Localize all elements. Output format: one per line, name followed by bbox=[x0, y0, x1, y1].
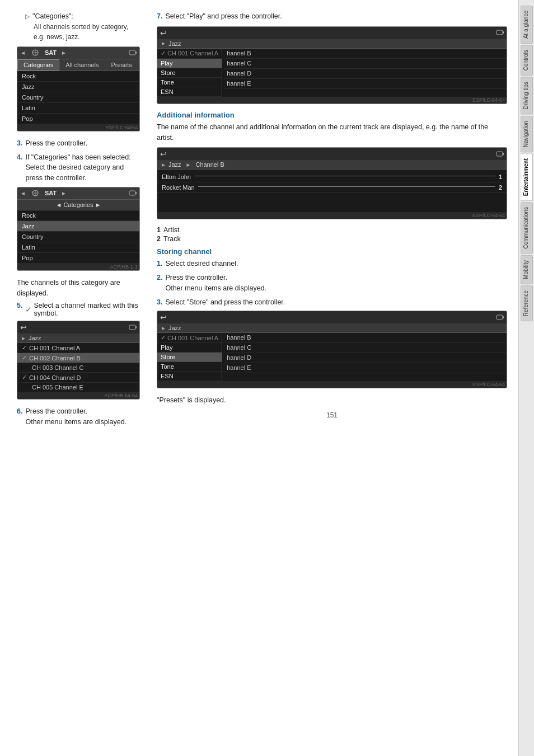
sidebar-tabs: At a glance Controls Driving tips Naviga… bbox=[518, 0, 534, 756]
track-num-2: 2 bbox=[499, 184, 502, 191]
ch-c-6: hannel C bbox=[224, 343, 507, 353]
ch001-label-6: ✓ CH 001 Channel A bbox=[157, 333, 222, 343]
menu-esn[interactable]: ESN bbox=[157, 87, 222, 97]
track-num-1: 1 bbox=[499, 173, 502, 180]
sidebar-tab-mobility[interactable]: Mobility bbox=[521, 255, 533, 284]
svg-rect-8 bbox=[129, 191, 135, 195]
screen4: ↩ ► Jazz ✓ CH bbox=[157, 26, 507, 104]
screen1-caption: ESP/LC-64/64 bbox=[17, 124, 139, 131]
intro-sub-text: All channels sorted by category, e.g. ne… bbox=[25, 22, 140, 42]
screen3: ↩ ► Jazz ✓ CH 001 Channel A bbox=[17, 321, 140, 400]
page-number: 151 bbox=[157, 411, 507, 419]
legend-container: 1 Artist 2 Track bbox=[157, 226, 507, 243]
menu-play-6[interactable]: Play bbox=[157, 343, 222, 353]
legend-label-1: Artist bbox=[163, 226, 179, 234]
ch003: CH 003 Channel C bbox=[17, 363, 139, 373]
ch001: ✓ CH 001 Channel A bbox=[17, 343, 139, 353]
step6-container: 6. Press the controller. Other menu item… bbox=[17, 406, 140, 428]
ch-b-6: hannel B bbox=[224, 333, 507, 343]
step5-container: 5. ✓ Select a channel marked with this s… bbox=[17, 302, 140, 317]
ch-d-6: hannel D bbox=[224, 353, 507, 363]
tab-categories[interactable]: Categories bbox=[17, 59, 59, 71]
menu-tone[interactable]: Tone bbox=[157, 78, 222, 87]
svg-rect-17 bbox=[503, 316, 504, 318]
screen2-latin: Latin bbox=[17, 242, 139, 253]
cat-bar-label: ◄ Categories ► bbox=[55, 201, 101, 208]
tab-all-channels[interactable]: All channels bbox=[59, 59, 105, 71]
storing-step3-text: Select "Store" and press the controller. bbox=[165, 297, 285, 308]
step5-text: Select a channel marked with this symbol… bbox=[34, 302, 140, 317]
sidebar-tab-navigation[interactable]: Navigation bbox=[521, 116, 533, 152]
storing-heading: Storing channel bbox=[157, 247, 507, 256]
menu-play[interactable]: Play bbox=[157, 59, 222, 68]
svg-rect-10 bbox=[129, 325, 135, 330]
ch-e-4: hannel E bbox=[224, 79, 507, 89]
additional-info-heading: Additional information bbox=[157, 111, 507, 119]
screen2-pop: Pop bbox=[17, 253, 139, 264]
svg-rect-4 bbox=[135, 51, 137, 54]
screen2-caption: ACP/HB-1-1 bbox=[17, 264, 139, 270]
storing-step3: 3. Select "Store" and press the controll… bbox=[157, 297, 507, 308]
menu-tone-6[interactable]: Tone bbox=[157, 362, 222, 372]
track-rocket: Rocket Man 2 bbox=[157, 182, 507, 193]
svg-rect-15 bbox=[503, 153, 504, 155]
svg-rect-14 bbox=[496, 152, 503, 156]
sat-right-arrow: ► bbox=[61, 50, 67, 56]
menu-store-6[interactable]: Store bbox=[157, 353, 222, 362]
screen6-caption: ESP/LC-64-64 bbox=[157, 381, 507, 388]
step5-num: 5. bbox=[17, 302, 22, 309]
legend-2: 2 Track bbox=[157, 235, 507, 243]
sat-label: SAT bbox=[45, 49, 57, 56]
back-icon-3: ↩ bbox=[20, 323, 27, 332]
sidebar-tab-reference[interactable]: Reference bbox=[521, 285, 533, 321]
step7-container: 7. Select "Play" and press the controlle… bbox=[157, 11, 507, 22]
screen5-caption: ESP/LC-64-64 bbox=[157, 212, 507, 219]
svg-rect-9 bbox=[135, 192, 137, 194]
sidebar-tab-entertainment[interactable]: Entertainment bbox=[521, 153, 533, 201]
jazz-label-3: Jazz bbox=[29, 335, 41, 341]
jazz-arrow-5: ► bbox=[161, 162, 166, 168]
screen2-country: Country bbox=[17, 232, 139, 242]
list-item-pop: Pop bbox=[17, 114, 139, 124]
tab-presets[interactable]: Presets bbox=[105, 59, 138, 71]
list-item-country: Country bbox=[17, 92, 139, 103]
step7-text: Select "Play" and press the controller. bbox=[165, 11, 282, 22]
sat-left-arrow: ◄ bbox=[20, 50, 26, 56]
channel-b-label: Channel B bbox=[195, 161, 224, 168]
additional-info-text: The name of the channel and additional i… bbox=[157, 122, 507, 143]
storing-step3-num: 3. bbox=[157, 297, 162, 308]
list-item-rock: Rock bbox=[17, 71, 139, 82]
screen5: ↩ ► Jazz ► Channel B El bbox=[157, 147, 507, 219]
screen2-jazz: Jazz bbox=[17, 221, 139, 232]
svg-rect-12 bbox=[496, 30, 503, 35]
elton-john-label: Elton John bbox=[162, 173, 191, 180]
svg-rect-13 bbox=[503, 31, 504, 34]
step3-num: 3. bbox=[17, 138, 22, 149]
screen6: ↩ ► Jazz ✓ CH bbox=[157, 311, 507, 388]
jazz-arrow-6: ► bbox=[161, 325, 166, 331]
rocket-man-label: Rocket Man bbox=[162, 184, 195, 191]
presets-caption: "Presets" is displayed. bbox=[157, 395, 507, 406]
back-icon-4: ↩ bbox=[160, 29, 167, 37]
menu-store[interactable]: Store bbox=[157, 68, 222, 78]
list-item-latin: Latin bbox=[17, 103, 139, 114]
step3-text: Press the controller. bbox=[25, 138, 87, 149]
sidebar-tab-at-a-glance[interactable]: At a glance bbox=[521, 6, 533, 44]
check-ch004: ✓ bbox=[22, 374, 27, 381]
back-icon-6: ↩ bbox=[160, 313, 167, 322]
jazz-label-6: Jazz bbox=[168, 325, 181, 331]
svg-rect-11 bbox=[135, 326, 137, 328]
menu-esn-6[interactable]: ESN bbox=[157, 372, 222, 381]
ch005: CH 005 Channel E bbox=[17, 383, 139, 392]
list-item-jazz: Jazz bbox=[17, 82, 139, 92]
sat-label-2: SAT bbox=[45, 190, 57, 196]
legend-1: 1 Artist bbox=[157, 226, 507, 234]
between-screens-text: The channels of this category are displa… bbox=[17, 278, 140, 299]
sidebar-tab-communications[interactable]: Communications bbox=[521, 202, 533, 253]
sidebar-tab-driving-tips[interactable]: Driving tips bbox=[521, 77, 533, 114]
channel-b-sep: ► bbox=[186, 162, 191, 168]
sidebar-tab-controls[interactable]: Controls bbox=[521, 45, 533, 76]
intro-arrow-label: "Categories": bbox=[32, 11, 73, 22]
step6-text: Press the controller. Other menu items a… bbox=[25, 406, 127, 428]
screen2-rock: Rock bbox=[17, 210, 139, 221]
